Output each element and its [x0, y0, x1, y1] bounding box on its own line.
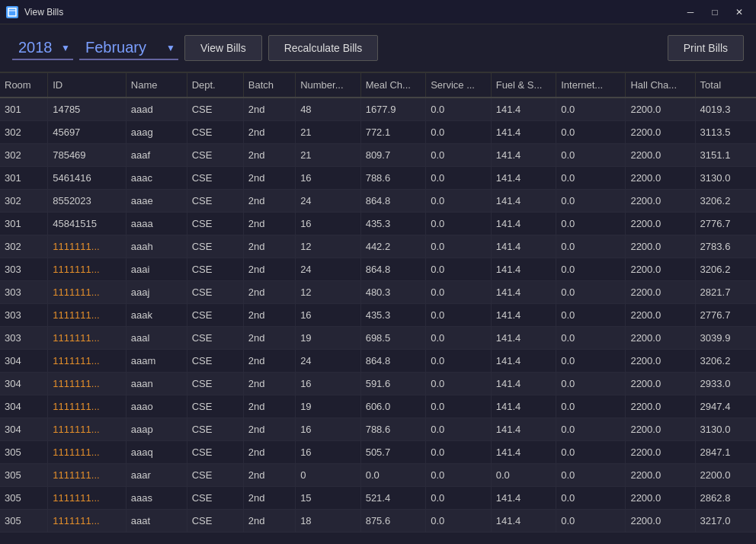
cell-hall: 2200.0: [626, 144, 695, 167]
cell-name: aaam: [126, 350, 187, 373]
table-row[interactable]: 3041111111...aaamCSE2nd24864.80.0141.40.…: [0, 350, 756, 373]
year-dropdown[interactable]: 2018: [12, 36, 73, 60]
table-row[interactable]: 3028552023aaaeCSE2nd24864.80.0141.40.022…: [0, 190, 756, 213]
cell-service: 0.0: [426, 167, 492, 190]
cell-room: 303: [0, 258, 48, 281]
cell-service: 0.0: [426, 235, 492, 258]
cell-name: aaac: [126, 167, 187, 190]
col-service: Service ...: [426, 73, 492, 98]
cell-hall: 2200.0: [626, 190, 695, 213]
cell-total: 2947.4: [695, 395, 756, 418]
table-row[interactable]: 3031111111...aaalCSE2nd19698.50.0141.40.…: [0, 327, 756, 350]
cell-dept: CSE: [187, 213, 243, 235]
cell-hall: 2200.0: [626, 121, 695, 144]
bills-table: Room ID Name Dept. Batch Number... Meal …: [0, 73, 756, 533]
table-row[interactable]: 30145841515aaaaCSE2nd16435.30.0141.40.02…: [0, 213, 756, 235]
cell-fuel: 141.4: [491, 327, 556, 350]
cell-meal: 698.5: [360, 327, 426, 350]
table-row[interactable]: 3031111111...aaajCSE2nd12480.30.0141.40.…: [0, 281, 756, 304]
cell-name: aaal: [126, 327, 187, 350]
cell-meal: 864.8: [360, 350, 426, 373]
cell-room: 302: [0, 144, 48, 167]
month-dropdown[interactable]: February: [79, 36, 178, 60]
cell-dept: CSE: [187, 510, 243, 533]
cell-total: 2933.0: [695, 373, 756, 395]
cell-id: 14785: [48, 98, 127, 121]
cell-meal: 480.3: [360, 281, 426, 304]
cell-service: 0.0: [426, 190, 492, 213]
table-row[interactable]: 3031111111...aaaiCSE2nd24864.80.0141.40.…: [0, 258, 756, 281]
col-batch: Batch: [243, 73, 295, 98]
cell-id: 8552023: [48, 190, 127, 213]
table-row[interactable]: 3051111111...aaaqCSE2nd16505.70.0141.40.…: [0, 441, 756, 464]
cell-meal: 875.6: [360, 510, 426, 533]
cell-internet: 0.0: [556, 350, 626, 373]
print-bills-button[interactable]: Print Bills: [668, 35, 744, 61]
title-bar: View Bills ─ □ ✕: [0, 0, 756, 24]
minimize-button[interactable]: ─: [680, 5, 701, 20]
cell-service: 0.0: [426, 121, 492, 144]
cell-service: 0.0: [426, 418, 492, 441]
cell-number: 21: [296, 121, 361, 144]
cell-name: aaag: [126, 121, 187, 144]
view-bills-button[interactable]: View Bills: [184, 35, 262, 61]
cell-hall: 2200.0: [626, 327, 695, 350]
cell-batch: 2nd: [243, 213, 295, 235]
cell-batch: 2nd: [243, 441, 295, 464]
table-body: 30114785aaadCSE2nd481677.90.0141.40.0220…: [0, 98, 756, 533]
table-row[interactable]: 3041111111...aaaoCSE2nd19606.00.0141.40.…: [0, 395, 756, 418]
table-row[interactable]: 3031111111...aaakCSE2nd16435.30.0141.40.…: [0, 304, 756, 327]
cell-name: aaaj: [126, 281, 187, 304]
cell-fuel: 141.4: [491, 235, 556, 258]
cell-room: 301: [0, 98, 48, 121]
cell-room: 305: [0, 487, 48, 510]
cell-dept: CSE: [187, 418, 243, 441]
cell-hall: 2200.0: [626, 487, 695, 510]
recalculate-bills-button[interactable]: Recalculate Bills: [268, 35, 379, 61]
table-row[interactable]: 302785469aaafCSE2nd21809.70.0141.40.0220…: [0, 144, 756, 167]
cell-batch: 2nd: [243, 121, 295, 144]
cell-batch: 2nd: [243, 464, 295, 487]
cell-id: 1111111...: [48, 258, 127, 281]
cell-id: 1111111...: [48, 395, 127, 418]
table-row[interactable]: 3051111111...aaatCSE2nd18875.60.0141.40.…: [0, 510, 756, 533]
cell-total: 3206.2: [695, 350, 756, 373]
cell-meal: 606.0: [360, 395, 426, 418]
cell-hall: 2200.0: [626, 418, 695, 441]
table-row[interactable]: 3041111111...aaanCSE2nd16591.60.0141.40.…: [0, 373, 756, 395]
table-row[interactable]: 3051111111...aaarCSE2nd00.00.00.00.02200…: [0, 464, 756, 487]
cell-name: aaas: [126, 487, 187, 510]
cell-hall: 2200.0: [626, 441, 695, 464]
table-row[interactable]: 3021111111...aaahCSE2nd12442.20.0141.40.…: [0, 235, 756, 258]
cell-service: 0.0: [426, 510, 492, 533]
table-row[interactable]: 3015461416aaacCSE2nd16788.60.0141.40.022…: [0, 167, 756, 190]
cell-fuel: 141.4: [491, 213, 556, 235]
cell-name: aaaf: [126, 144, 187, 167]
cell-id: 45697: [48, 121, 127, 144]
col-id: ID: [48, 73, 127, 98]
table-row[interactable]: 3041111111...aaapCSE2nd16788.60.0141.40.…: [0, 418, 756, 441]
cell-hall: 2200.0: [626, 464, 695, 487]
table-row[interactable]: 3051111111...aaasCSE2nd15521.40.0141.40.…: [0, 487, 756, 510]
cell-room: 302: [0, 235, 48, 258]
cell-batch: 2nd: [243, 327, 295, 350]
cell-hall: 2200.0: [626, 98, 695, 121]
cell-total: 3206.2: [695, 258, 756, 281]
table-header: Room ID Name Dept. Batch Number... Meal …: [0, 73, 756, 98]
cell-hall: 2200.0: [626, 350, 695, 373]
cell-fuel: 141.4: [491, 350, 556, 373]
cell-meal: 788.6: [360, 167, 426, 190]
col-meal: Meal Ch...: [360, 73, 426, 98]
cell-dept: CSE: [187, 190, 243, 213]
header-row: Room ID Name Dept. Batch Number... Meal …: [0, 73, 756, 98]
table-row[interactable]: 30114785aaadCSE2nd481677.90.0141.40.0220…: [0, 98, 756, 121]
close-button[interactable]: ✕: [729, 5, 750, 20]
maximize-button[interactable]: □: [704, 5, 726, 20]
bills-table-container[interactable]: Room ID Name Dept. Batch Number... Meal …: [0, 73, 756, 541]
table-row[interactable]: 30245697aaagCSE2nd21772.10.0141.40.02200…: [0, 121, 756, 144]
cell-dept: CSE: [187, 350, 243, 373]
col-hall: Hall Cha...: [626, 73, 695, 98]
cell-batch: 2nd: [243, 350, 295, 373]
cell-batch: 2nd: [243, 281, 295, 304]
cell-service: 0.0: [426, 213, 492, 235]
